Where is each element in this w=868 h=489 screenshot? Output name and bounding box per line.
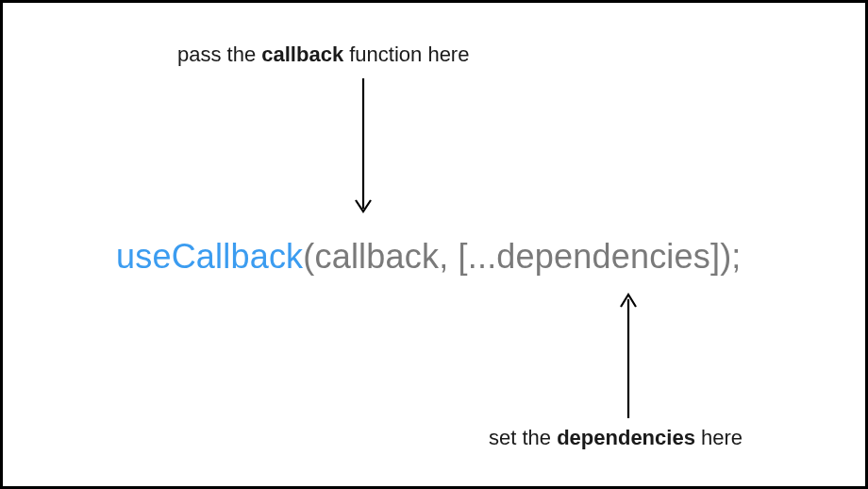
dependencies-annotation-suffix: here bbox=[695, 426, 743, 449]
callback-annotation-bold: callback bbox=[261, 42, 343, 66]
dependencies-annotation: set the dependencies here bbox=[489, 426, 743, 450]
hook-name: useCallback bbox=[116, 237, 303, 276]
arrow-up-icon bbox=[619, 288, 638, 422]
callback-annotation: pass the callback function here bbox=[177, 42, 469, 67]
arrow-down-icon bbox=[354, 78, 373, 224]
callback-annotation-prefix: pass the bbox=[177, 42, 261, 66]
callback-annotation-suffix: function here bbox=[343, 42, 469, 66]
dependencies-annotation-prefix: set the bbox=[489, 426, 557, 449]
code-params: (callback, [...dependencies]); bbox=[303, 237, 741, 276]
dependencies-annotation-bold: dependencies bbox=[557, 426, 695, 449]
code-signature: useCallback(callback, [...dependencies])… bbox=[116, 237, 742, 277]
